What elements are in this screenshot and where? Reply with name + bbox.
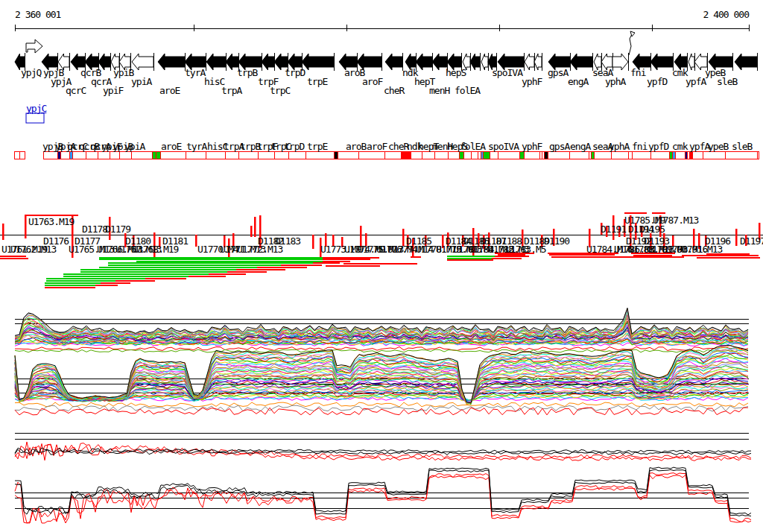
segment-cell[interactable] [43, 151, 57, 159]
segment-cell[interactable] [274, 151, 288, 159]
promoter-bent-arrow[interactable] [26, 39, 42, 53]
segment-cell[interactable] [401, 151, 411, 159]
segment-cell[interactable] [14, 151, 19, 159]
gene-arrow[interactable] [447, 54, 461, 70]
segment-cell[interactable] [519, 151, 524, 159]
segment-cell[interactable] [156, 151, 160, 159]
gene-arrow[interactable] [488, 54, 496, 70]
segment-cell[interactable] [490, 151, 498, 159]
segment-cell[interactable] [725, 151, 757, 159]
gene-arrow[interactable] [416, 54, 432, 70]
segment-cell[interactable] [483, 151, 490, 159]
segment-cell[interactable] [594, 151, 611, 159]
segment-cell[interactable] [186, 151, 206, 159]
segment-cell[interactable] [689, 151, 692, 159]
gene-arrow[interactable] [594, 54, 601, 70]
segment-cell[interactable] [206, 151, 225, 159]
gene-arrow[interactable] [463, 54, 470, 70]
segment-cell[interactable] [757, 151, 759, 159]
gene-arrow[interactable] [158, 54, 185, 70]
gene-arrow[interactable] [694, 54, 707, 70]
gene-arrow[interactable] [688, 54, 694, 70]
gene-arrow[interactable] [548, 54, 570, 70]
gene-arrow[interactable] [339, 54, 357, 70]
gene-arrow[interactable] [15, 54, 25, 70]
segment-cell[interactable] [384, 151, 401, 159]
gene-arrow[interactable] [111, 54, 119, 70]
gene-arrow[interactable] [432, 54, 447, 70]
gene-arrow[interactable] [119, 54, 130, 70]
gene-arrow[interactable] [132, 54, 153, 70]
gene-arrow[interactable] [650, 54, 673, 70]
gene-arrow[interactable] [98, 54, 110, 70]
segment-cell[interactable] [305, 151, 334, 159]
segment-cell[interactable] [57, 151, 60, 159]
gene-arrow[interactable] [601, 54, 612, 70]
gene-box-ypjC[interactable] [26, 113, 44, 123]
segment-cell[interactable] [72, 151, 86, 159]
segment-cell[interactable] [119, 151, 131, 159]
gene-arrow[interactable] [302, 54, 334, 70]
segment-cell[interactable] [358, 151, 384, 159]
gene-arrow[interactable] [498, 54, 524, 70]
segment-cell[interactable] [703, 151, 725, 159]
segment-cell[interactable] [544, 151, 548, 159]
segment-cell[interactable] [225, 151, 238, 159]
segment-cell[interactable] [152, 151, 156, 159]
segment-cell[interactable] [98, 151, 110, 159]
gene-arrow[interactable] [612, 54, 628, 70]
segment-cell[interactable] [238, 151, 258, 159]
segment-cell[interactable] [692, 151, 703, 159]
gene-arrow[interactable] [85, 54, 98, 70]
gene-arrow[interactable] [238, 54, 262, 70]
gene-arrow[interactable] [674, 54, 687, 70]
segment-cell[interactable] [459, 151, 463, 159]
segment-cell[interactable] [334, 151, 338, 159]
segment-cell[interactable] [338, 151, 358, 159]
segment-cell[interactable] [548, 151, 569, 159]
segment-cell[interactable] [463, 151, 471, 159]
segment-cell[interactable] [478, 151, 481, 159]
gene-arrow[interactable] [206, 54, 226, 70]
segment-cell[interactable] [569, 151, 589, 159]
segment-cell[interactable] [675, 151, 685, 159]
segment-cell[interactable] [288, 151, 305, 159]
gene-arrow[interactable] [385, 54, 402, 70]
segment-cell[interactable] [632, 151, 650, 159]
segment-cell[interactable] [422, 151, 434, 159]
segment-cell[interactable] [611, 151, 628, 159]
segment-cell[interactable] [131, 151, 152, 159]
segment-cell[interactable] [86, 151, 98, 159]
gene-arrow[interactable] [226, 54, 238, 70]
segment-cell[interactable] [160, 151, 186, 159]
gene-arrow[interactable] [71, 54, 85, 70]
gene-arrow[interactable] [735, 54, 757, 70]
gene-arrow[interactable] [288, 54, 302, 70]
segment-cell[interactable] [448, 151, 459, 159]
gene-label-ypjC[interactable]: ypjC [26, 104, 46, 113]
gene-arrow[interactable] [357, 54, 382, 70]
gene-arrow[interactable] [58, 54, 69, 70]
segment-cell[interactable] [672, 151, 675, 159]
gene-arrow[interactable] [633, 54, 650, 70]
gene-arrow[interactable] [709, 54, 732, 70]
segment-cell[interactable] [411, 151, 422, 159]
gene-arrow[interactable] [42, 54, 57, 70]
segment-cell[interactable] [669, 151, 672, 159]
segment-cell[interactable] [650, 151, 669, 159]
segment-cell[interactable] [258, 151, 274, 159]
segment-cell[interactable] [110, 151, 119, 159]
gene-arrow[interactable] [185, 54, 206, 70]
gene-arrow[interactable] [481, 54, 488, 70]
gene-arrow[interactable] [274, 54, 288, 70]
gene-arrow[interactable] [570, 54, 592, 70]
gene-arrow[interactable] [470, 54, 480, 70]
segment-cell[interactable] [60, 151, 69, 159]
segment-cell[interactable] [434, 151, 448, 159]
segment-cell[interactable] [19, 151, 25, 159]
gene-arrow[interactable] [405, 54, 416, 70]
segment-cell[interactable] [471, 151, 478, 159]
segment-cell[interactable] [628, 151, 632, 159]
gene-arrow[interactable] [534, 54, 542, 70]
segment-cell[interactable] [69, 151, 72, 159]
